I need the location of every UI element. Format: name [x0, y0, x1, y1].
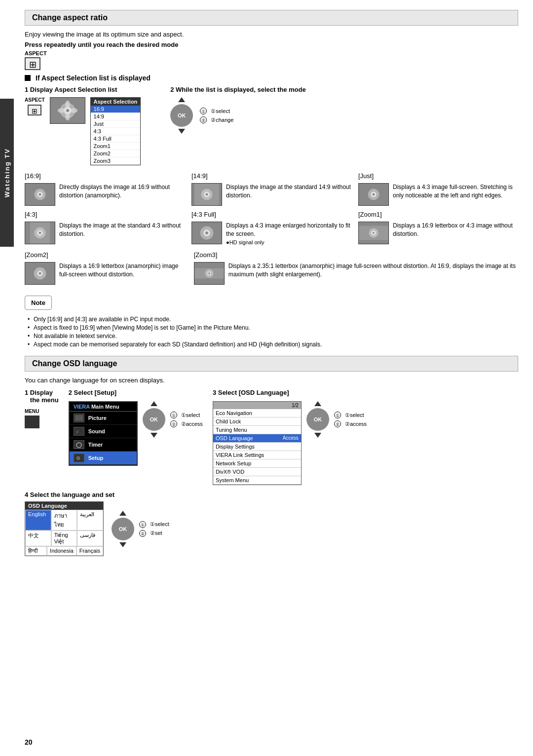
step4-content: OSD Language English ภาษาไทย العربية 中文 …	[25, 501, 518, 556]
osd-lang-row1: English ภาษาไทย العربية	[25, 510, 103, 530]
page-number: 20	[25, 738, 33, 746]
select-row-child: Child Lock	[213, 417, 301, 426]
section-aspect-ratio: Change aspect ratio Enjoy viewing the im…	[25, 10, 518, 348]
mode-149: [14:9] Display	[191, 172, 351, 206]
note-item-1: Only [16:9] and [4:3] are available in P…	[27, 316, 518, 323]
select-table-header: 1/2	[213, 402, 301, 409]
lang-vietnamese: Tiếng Việt	[51, 530, 77, 546]
aspect-label-row: ASPECT ⊞	[25, 50, 518, 70]
select-row-system: System Menu	[213, 476, 301, 485]
thumb-16-9-flower	[50, 97, 85, 124]
step4-nav: OK ① ①select ② ②set	[112, 511, 169, 547]
arrow-up-4	[119, 511, 126, 516]
mode-zoom3-desc: Displays a 2.35:1 letterbox (anamorphic)…	[228, 262, 518, 285]
circle-2: ②	[200, 116, 207, 123]
viera-item-picture: Picture	[70, 412, 137, 425]
osd-step3-label: 3 Select [OSD Language]	[213, 389, 367, 396]
aspect-panel-item-149: 14:9	[91, 113, 141, 120]
black-square-icon	[25, 75, 31, 81]
arrow-down-icon	[178, 129, 185, 134]
osd-step3: 3 Select [OSD Language] 1/2 Eco Navigati…	[213, 389, 367, 485]
mode-43-desc: Displays the image at the standard 4:3 w…	[59, 222, 185, 244]
svg-point-4	[65, 101, 70, 108]
lang-hindi: हिन्दी	[25, 546, 47, 556]
mode-169: [16:9] Directly displays the imag	[25, 172, 185, 206]
aspect-text: ASPECT	[25, 50, 518, 56]
mode-just: [Just] Displays a 4:3 image full-	[358, 172, 518, 206]
section1-intro: Enjoy viewing the image at its optimum s…	[25, 31, 518, 38]
aspect-panel-item-169: 16:9	[91, 106, 141, 113]
picture-icon	[74, 414, 84, 422]
lang-arabic: العربية	[77, 510, 103, 530]
aspect-panel-header: Aspect Selection	[91, 98, 141, 106]
viera-sound-label: Sound	[88, 428, 105, 434]
nav-labels: ① ①select ② ②change	[200, 108, 233, 123]
lang-indonesian: Indonesia	[47, 546, 76, 556]
note-item-3: Not available in teletext service.	[27, 333, 518, 340]
step2-label: 2 While the list is displayed, select th…	[170, 86, 306, 93]
osd-step1-label: 1 Display the menu	[25, 389, 59, 404]
step3-nav-labels: ① ①select ② ②access	[334, 412, 367, 427]
select-row-eco: Eco Navigation	[213, 409, 301, 417]
mode-zoom1-desc: Displays a 16:9 letterbox or 4:3 image w…	[393, 222, 518, 244]
lang-english: English	[25, 510, 51, 530]
step1-aspect-icons: ASPECT ⊞	[25, 97, 45, 115]
aspect-panel-item-zoom1: Zoom1	[91, 143, 141, 150]
svg-point-6	[57, 108, 65, 113]
viera-menu-header: VIERA Main Menu	[70, 402, 137, 412]
setup-icon: ⚙	[74, 454, 84, 462]
lang-french: Français	[76, 546, 103, 556]
note-item-4: Aspect mode can be memorised separately …	[27, 341, 518, 348]
aspect-panel: Aspect Selection 16:9 14:9 Just 4:3 4:3 …	[90, 97, 141, 165]
svg-point-5	[65, 113, 70, 120]
ok-nav-3: OK	[306, 401, 329, 438]
aspect-panel-item-43: 4:3	[91, 128, 141, 135]
note-item-2: Aspect is fixed to [16:9] when [Viewing …	[27, 324, 518, 331]
mode-43full-desc: Displays a 4:3 image enlarged horizontal…	[226, 222, 351, 246]
svg-point-38	[39, 272, 41, 275]
osd-steps-123: 1 Display the menu MENU 2 Select [Setup]…	[25, 389, 518, 485]
mode-zoom2-title: [Zoom2]	[25, 251, 48, 259]
step2-nav-labels: ① ①select ② ②access	[170, 412, 203, 427]
aspect-step2: 2 While the list is displayed, select th…	[170, 86, 306, 134]
arrow-up-2	[151, 401, 157, 406]
ok-nav-2: OK	[143, 401, 165, 438]
osd-step1: 1 Display the menu MENU	[25, 389, 59, 428]
step1-label: 1 Display Aspect Selection list	[25, 86, 141, 93]
aspect-panel-item-zoom2: Zoom2	[91, 150, 141, 157]
note-list: Only [16:9] and [4:3] are available in P…	[27, 316, 518, 348]
aspect-small-icon: ⊞	[28, 105, 41, 115]
svg-point-20	[373, 193, 375, 196]
mode-169-thumb	[25, 183, 55, 206]
mode-169-title: [16:9]	[25, 172, 41, 180]
svg-point-3	[66, 109, 69, 112]
mode-43full-title: [4:3 Full]	[191, 211, 216, 218]
osd-step2: 2 Select [Setup] VIERA Main Menu Picture	[69, 389, 203, 466]
mode-zoom1-thumb	[358, 222, 389, 244]
menu-icon	[25, 416, 39, 428]
lang-persian: فارسی	[77, 530, 103, 546]
viera-item-sound: ♪ Sound	[70, 425, 137, 438]
mode-zoom1: [Zoom1] Displa	[358, 211, 518, 246]
select-row-divx: DivX® VOD	[213, 468, 301, 476]
mode-just-title: [Just]	[358, 172, 374, 180]
mode-43full: [4:3 Full] Displays a 4:3 image e	[191, 211, 351, 246]
select-row-viera: VIERA Link Settings	[213, 451, 301, 459]
arrow-down-3	[314, 433, 321, 438]
aspect-steps-row: 1 Display Aspect Selection list ASPECT ⊞	[25, 86, 518, 165]
mode-43full-thumb	[191, 222, 222, 244]
mode-43: [4:3] Displays	[25, 211, 185, 246]
osd-step4: 4 Select the language and set OSD Langua…	[25, 491, 518, 556]
step2-content: OK ① ①select ② ②change	[170, 97, 306, 134]
arrow-up-3	[314, 401, 321, 406]
arrow-up-icon	[178, 97, 185, 102]
osd-lang-title: OSD Language	[25, 502, 103, 510]
osd-lang-row2: 中文 Tiếng Việt فارسی	[25, 530, 103, 546]
mode-149-title: [14:9]	[191, 172, 208, 180]
ok-nav-4: OK	[112, 511, 134, 547]
svg-point-11	[39, 193, 41, 196]
mode-43-thumb	[25, 222, 55, 244]
modes-section: [16:9] Directly displays the imag	[25, 172, 518, 285]
ok-nav-button: OK	[170, 97, 193, 134]
note-section: Note Only [16:9] and [4:3] are available…	[25, 290, 518, 348]
